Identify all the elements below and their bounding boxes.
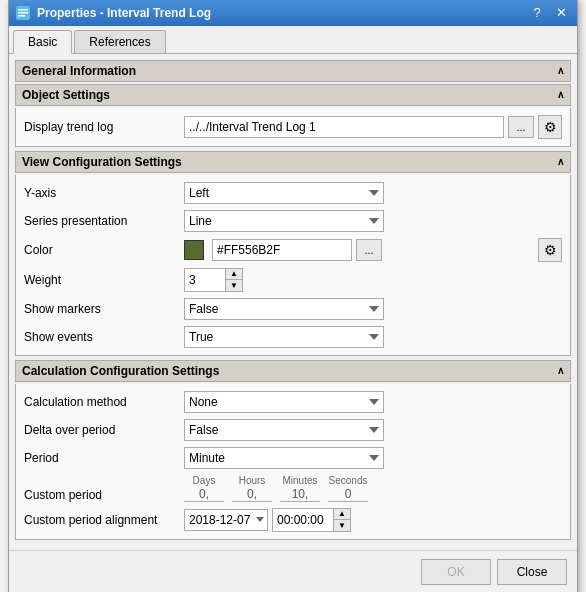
weight-label: Weight [24,273,184,287]
display-trend-log-label: Display trend log [24,120,184,134]
custom-period-row: Custom period Days 0, Hours 0, Minutes 1 [16,472,570,505]
period-dropdown[interactable]: Minute Hour Day Week Month [184,447,384,469]
days-label: Days [193,475,216,486]
view-configuration-header[interactable]: View Configuration Settings ∧ [15,151,571,173]
main-content: General Information ∧ Object Settings ∧ … [9,54,577,550]
calculation-method-control: None Average Sum Min Max [184,391,562,413]
calculation-method-dropdown[interactable]: None Average Sum Min Max [184,391,384,413]
days-field: Days 0, [184,475,224,502]
tab-references[interactable]: References [74,30,165,53]
minutes-label: Minutes [282,475,317,486]
object-settings-chevron: ∧ [557,89,564,100]
alignment-date-dropdown[interactable]: 2018-12-07 [184,509,268,531]
title-bar: Properties - Interval Trend Log ? ✕ [9,0,577,26]
series-presentation-row: Series presentation Line Bar Step [16,207,570,235]
display-trend-log-input[interactable] [184,116,504,138]
tab-basic[interactable]: Basic [13,30,72,54]
close-button[interactable]: Close [497,559,567,585]
color-swatch[interactable] [184,240,204,260]
period-label: Period [24,451,184,465]
svg-rect-3 [18,15,25,17]
title-bar-controls: ? ✕ [527,3,571,23]
color-input[interactable] [212,239,352,261]
custom-period-alignment-row: Custom period alignment 2018-12-07 ▲ ▼ [16,505,570,535]
object-settings-content: Display trend log ... ⚙ [15,108,571,147]
weight-input[interactable] [185,269,225,291]
view-configuration-chevron: ∧ [557,156,564,167]
custom-period-label: Custom period [24,488,184,502]
minutes-value: 10, [280,487,320,502]
calculation-method-row: Calculation method None Average Sum Min … [16,388,570,416]
footer: OK Close [9,550,577,593]
weight-control: ▲ ▼ [184,268,562,292]
seconds-label: Seconds [329,475,368,486]
alignment-time-input[interactable] [273,509,333,531]
alignment-time-increment-button[interactable]: ▲ [334,509,350,520]
delta-over-period-row: Delta over period False True [16,416,570,444]
calculation-method-label: Calculation method [24,395,184,409]
period-control: Minute Hour Day Week Month [184,447,562,469]
display-trend-log-row: Display trend log ... ⚙ [16,112,570,142]
show-events-dropdown[interactable]: True False [184,326,384,348]
help-button[interactable]: ? [527,3,547,23]
app-icon [15,5,31,21]
window-close-button[interactable]: ✕ [551,3,571,23]
color-label: Color [24,243,184,257]
display-trend-log-browse-button[interactable]: ... [508,116,534,138]
period-row: Period Minute Hour Day Week Month [16,444,570,472]
ok-button[interactable]: OK [421,559,491,585]
color-control: ... ⚙ [184,238,562,262]
color-gear-button[interactable]: ⚙ [538,238,562,262]
weight-decrement-button[interactable]: ▼ [226,280,242,291]
title-bar-left: Properties - Interval Trend Log [15,5,211,21]
seconds-field: Seconds 0 [328,475,368,502]
general-information-header[interactable]: General Information ∧ [15,60,571,82]
calculation-configuration-header[interactable]: Calculation Configuration Settings ∧ [15,360,571,382]
custom-period-fields: Days 0, Hours 0, Minutes 10, Seconds [184,475,368,502]
general-information-chevron: ∧ [557,65,564,76]
delta-over-period-label: Delta over period [24,423,184,437]
show-events-row: Show events True False [16,323,570,351]
show-markers-label: Show markers [24,302,184,316]
show-events-label: Show events [24,330,184,344]
delta-over-period-control: False True [184,419,562,441]
svg-rect-2 [18,12,28,14]
color-browse-button[interactable]: ... [356,239,382,261]
show-markers-dropdown[interactable]: False True [184,298,384,320]
display-trend-log-control: ... ⚙ [184,115,562,139]
hours-field: Hours 0, [232,475,272,502]
weight-increment-button[interactable]: ▲ [226,269,242,280]
seconds-value: 0 [328,487,368,502]
show-events-control: True False [184,326,562,348]
display-trend-log-gear-button[interactable]: ⚙ [538,115,562,139]
minutes-field: Minutes 10, [280,475,320,502]
series-presentation-control: Line Bar Step [184,210,562,232]
view-configuration-content: Y-axis Left Right Series presentation Li… [15,175,571,356]
alignment-time-arrows: ▲ ▼ [333,509,350,531]
delta-over-period-dropdown[interactable]: False True [184,419,384,441]
weight-row: Weight ▲ ▼ [16,265,570,295]
days-value: 0, [184,487,224,502]
main-window: Properties - Interval Trend Log ? ✕ Basi… [8,0,578,592]
alignment-time-decrement-button[interactable]: ▼ [334,520,350,531]
object-settings-header[interactable]: Object Settings ∧ [15,84,571,106]
y-axis-row: Y-axis Left Right [16,179,570,207]
svg-rect-1 [18,9,28,11]
custom-period-alignment-controls: 2018-12-07 ▲ ▼ [184,508,351,532]
hours-value: 0, [232,487,272,502]
show-markers-control: False True [184,298,562,320]
y-axis-dropdown[interactable]: Left Right [184,182,384,204]
alignment-time-spinner: ▲ ▼ [272,508,351,532]
y-axis-label: Y-axis [24,186,184,200]
series-presentation-label: Series presentation [24,214,184,228]
window-title: Properties - Interval Trend Log [37,6,211,20]
show-markers-row: Show markers False True [16,295,570,323]
custom-period-alignment-label: Custom period alignment [24,513,184,527]
series-presentation-dropdown[interactable]: Line Bar Step [184,210,384,232]
hours-label: Hours [239,475,266,486]
calculation-configuration-content: Calculation method None Average Sum Min … [15,384,571,540]
weight-spinner-arrows: ▲ ▼ [225,269,242,291]
y-axis-control: Left Right [184,182,562,204]
calculation-configuration-chevron: ∧ [557,365,564,376]
tab-bar: Basic References [9,26,577,54]
